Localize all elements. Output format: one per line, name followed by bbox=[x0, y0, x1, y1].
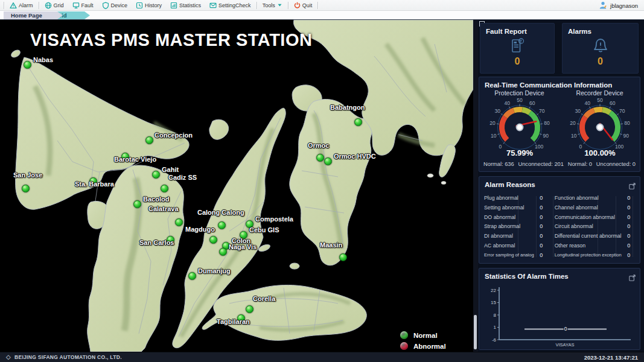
settingcheck-button[interactable]: SettingCheck bbox=[205, 0, 255, 10]
station-marker-nabas[interactable] bbox=[24, 61, 31, 69]
alarm-reason-row: Error sampling of analog0 bbox=[484, 252, 549, 258]
fault-report-title: Fault Report bbox=[486, 28, 554, 35]
station-marker-babatngon[interactable] bbox=[354, 118, 362, 126]
station-marker-bacolod[interactable] bbox=[133, 200, 141, 208]
comm-footer-stats: Normal: 636Unconnected: 201Normal: 0Unco… bbox=[483, 161, 636, 167]
alarm-reason-row: Function abnormal0 bbox=[555, 195, 636, 201]
alarm-times-card: Statistics Of Alarm Times 221581-60VISAY… bbox=[479, 268, 640, 350]
main-toolbar: AlarmGridFaultDeviceHistoryStatisticsSet… bbox=[0, 0, 644, 11]
power-icon bbox=[294, 2, 301, 8]
station-marker-corella[interactable] bbox=[246, 305, 253, 313]
svg-text:0: 0 bbox=[564, 326, 567, 332]
realtime-comm-card: Real-Time Communication Information Prot… bbox=[479, 77, 640, 172]
station-label: San Carlos bbox=[139, 239, 174, 246]
station-label: Maasin bbox=[320, 241, 342, 249]
station-marker-concepcion[interactable] bbox=[145, 136, 153, 144]
fault-report-card[interactable]: Fault Report 0 bbox=[480, 23, 555, 74]
status-bar: ◇ BEIJING SIFANG AUTOMATION CO., LTD. 20… bbox=[0, 352, 644, 362]
shield-icon bbox=[102, 2, 109, 9]
legend-abnormal-dot bbox=[400, 342, 408, 350]
station-label: Calatrava bbox=[148, 205, 179, 212]
svg-text:22: 22 bbox=[491, 288, 496, 293]
station-label: Sta. Barbara bbox=[75, 180, 114, 188]
chevron-down-icon bbox=[277, 2, 282, 8]
monitor-icon bbox=[72, 2, 80, 9]
panel-scrollbar-thumb[interactable] bbox=[474, 315, 477, 349]
expand-icon[interactable] bbox=[629, 181, 636, 192]
alarm-reason-row: Strap abnormal0 bbox=[484, 223, 549, 229]
svg-text:100: 100 bbox=[615, 144, 623, 150]
settingcheck-icon bbox=[209, 2, 217, 9]
alarm-reasons-card: Alarm Reasons Plug abnormal0Setting abno… bbox=[479, 176, 640, 264]
toolbar-separator bbox=[317, 2, 318, 9]
toolbar-separator bbox=[288, 2, 289, 9]
statistics-button[interactable]: Statistics bbox=[166, 0, 205, 10]
alarm-icon bbox=[10, 2, 17, 9]
history-button[interactable]: History bbox=[132, 0, 166, 10]
map-legend: NormalAbnormal bbox=[400, 331, 446, 352]
alarm-reason-row: Channel abnormal0 bbox=[555, 205, 636, 211]
dashboard-panel: Fault Report 0 Alarms 0 Real-Time Commun… bbox=[478, 20, 644, 352]
station-label: Naga Vis bbox=[229, 243, 257, 250]
svg-text:80: 80 bbox=[544, 120, 550, 126]
station-label: Tagbilaran bbox=[217, 318, 250, 325]
station-marker-naga-vis[interactable] bbox=[219, 248, 227, 256]
svg-text:-6: -6 bbox=[492, 337, 497, 343]
station-label: Ormoc HVDC bbox=[334, 153, 376, 160]
legend-normal-dot bbox=[400, 331, 408, 339]
alarm-reason-row: Other reason0 bbox=[555, 243, 636, 249]
alarm-reasons-title: Alarm Reasons bbox=[485, 181, 640, 188]
device-button[interactable]: Device bbox=[98, 0, 132, 10]
station-label: Calong Calong bbox=[197, 209, 244, 216]
panel-scrollbar-track[interactable] bbox=[473, 20, 478, 352]
station-marker-cadiz-ss[interactable] bbox=[161, 185, 168, 192]
svg-text:75.99%: 75.99% bbox=[506, 148, 533, 157]
islet bbox=[441, 182, 446, 185]
map-title: VISAYAS PMS MASTER STATION bbox=[30, 30, 312, 50]
legend-item-normal: Normal bbox=[400, 331, 446, 339]
station-label: Babatngon bbox=[330, 104, 365, 111]
fault-button[interactable]: Fault bbox=[68, 0, 98, 10]
globe-icon bbox=[45, 2, 52, 9]
alarms-card[interactable]: Alarms 0 bbox=[562, 23, 639, 74]
station-marker-calatrava[interactable] bbox=[175, 218, 183, 226]
svg-text:0: 0 bbox=[499, 144, 502, 150]
fault-report-document-icon bbox=[480, 37, 554, 55]
expand-icon[interactable] bbox=[629, 273, 636, 284]
toolbar-separator bbox=[257, 2, 257, 9]
tools-label: Tools bbox=[263, 2, 275, 8]
quit-button[interactable]: Quit bbox=[290, 0, 317, 10]
svg-text:VISAYAS: VISAYAS bbox=[556, 342, 575, 348]
grid-button[interactable]: Grid bbox=[40, 0, 68, 10]
svg-text:30: 30 bbox=[494, 108, 500, 114]
station-label: Magdugo bbox=[185, 226, 215, 233]
alarm-button[interactable]: Alarm bbox=[5, 0, 37, 10]
islet bbox=[427, 174, 433, 177]
alarm-reason-row: DO abnormal0 bbox=[484, 214, 549, 220]
alarms-count: 0 bbox=[563, 56, 638, 67]
toolbar-separator bbox=[4, 2, 4, 9]
svg-text:10: 10 bbox=[490, 133, 496, 139]
user-account[interactable]: jblagnason bbox=[599, 0, 638, 11]
station-marker-magdugo[interactable] bbox=[209, 236, 217, 244]
svg-text:100.00%: 100.00% bbox=[584, 148, 616, 157]
svg-text:20: 20 bbox=[489, 120, 496, 126]
station-marker-maasin[interactable] bbox=[339, 253, 347, 261]
station-label: Cadiz SS bbox=[168, 174, 197, 181]
tab-home-page[interactable]: Home Page bbox=[4, 11, 63, 19]
grid-map[interactable]: VISAYAS PMS MASTER STATION NabasConcepci… bbox=[0, 20, 473, 352]
station-marker-ormoc[interactable] bbox=[316, 154, 324, 162]
svg-text:70: 70 bbox=[539, 108, 545, 114]
station-marker-ormoc-hvdc[interactable] bbox=[324, 157, 332, 165]
svg-text:10: 10 bbox=[570, 133, 576, 139]
tools-menu-button[interactable]: Tools bbox=[258, 0, 287, 10]
station-marker-san-jose[interactable] bbox=[22, 185, 30, 192]
station-marker-calong-calong[interactable] bbox=[218, 221, 226, 229]
svg-text:90: 90 bbox=[543, 133, 549, 139]
station-marker-dumanjug[interactable] bbox=[188, 272, 196, 280]
station-marker-gahit[interactable] bbox=[152, 171, 160, 179]
alarm-reason-row: Communication abnormal0 bbox=[555, 214, 636, 220]
alarm-reason-row: Circuit abnormal0 bbox=[555, 223, 636, 229]
svg-text:20: 20 bbox=[570, 120, 576, 126]
alarm-reason-row: AC abnormal0 bbox=[484, 243, 549, 249]
